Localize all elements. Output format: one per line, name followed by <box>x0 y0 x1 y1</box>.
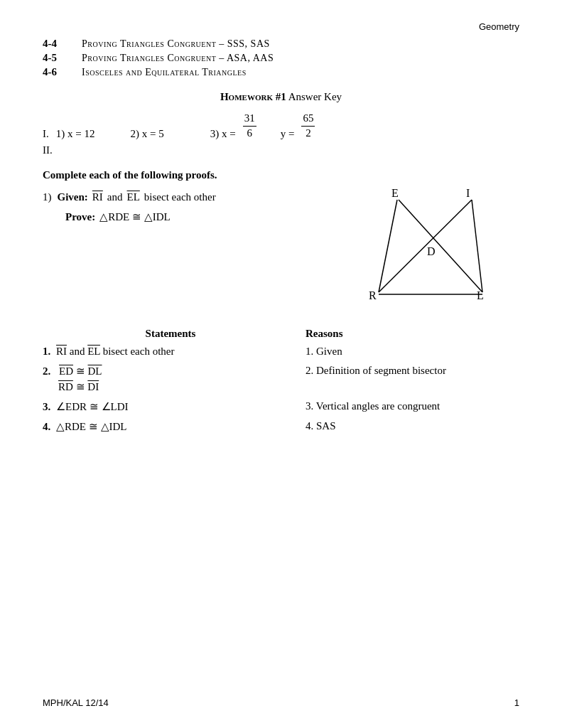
course-num-3: 4-6 <box>43 66 82 78</box>
footer: MPH/KAL 12/14 1 <box>43 697 519 708</box>
row-num-2: 2. <box>43 365 50 377</box>
given-label: Given: <box>58 191 88 203</box>
line-IL <box>472 200 482 292</box>
label-R: R <box>369 289 377 301</box>
section-header: Complete each of the following proofs. <box>43 169 519 181</box>
label-I: I <box>466 187 470 199</box>
prob-2: 2) x = 5 <box>130 128 163 140</box>
stmt-rd: RD <box>58 381 73 392</box>
course-title-3: Isosceles and Equilateral Triangles <box>82 67 247 78</box>
label-D: D <box>427 245 436 257</box>
part-I-row: I. 1) x = 12 2) x = 5 3) x = 31 6 y = 65… <box>43 112 519 140</box>
and-1: and <box>107 191 123 203</box>
stmt-cong2: ≅ <box>76 381 88 392</box>
stmt-triangle-cong: △RDE ≅ △IDL <box>56 421 127 432</box>
prob-1: 1) x = 12 <box>56 128 95 140</box>
stmt-2: 2. ED ≅ DL RD ≅ DI <box>43 365 298 393</box>
subject-label: Geometry <box>43 21 519 32</box>
given-el: EL <box>127 191 140 203</box>
diagram-svg: E I D R L <box>335 184 491 312</box>
fraction-denominator-1: 6 <box>245 127 254 141</box>
page: Geometry 4-4 Proving Triangles Congruent… <box>0 0 562 728</box>
course-list: 4-4 Proving Triangles Congruent – SSS, S… <box>43 38 519 78</box>
reason-4: 4. SAS <box>298 420 519 432</box>
course-title-1: Proving Triangles Congruent – SSS, SAS <box>82 38 270 50</box>
stmt-2-line2: RD ≅ DI <box>58 380 291 393</box>
course-title-2: Proving Triangles Congruent – ASA, AAS <box>82 53 274 64</box>
fraction-65-2: 65 2 <box>301 112 315 140</box>
statements-header: Statements <box>43 328 298 340</box>
line-ER <box>379 200 397 292</box>
reason-3: 3. Vertical angles are congruent <box>298 400 519 412</box>
label-E: E <box>391 187 399 199</box>
roman-I: I. <box>43 128 49 140</box>
proof-table: Statements Reasons 1. RI and EL bisect e… <box>43 328 519 433</box>
proof-left: 1) Given: RI and EL bisect each other Pr… <box>43 191 335 315</box>
proof-row-1: 1. RI and EL bisect each other 1. Given <box>43 346 519 358</box>
roman-II-label: II. <box>43 144 519 156</box>
stmt-1: 1. RI and EL bisect each other <box>43 346 298 358</box>
given-ri: RI <box>92 191 103 203</box>
prove-text: △RDE ≅ △IDL <box>99 210 171 223</box>
stmt-el: EL <box>87 346 100 357</box>
course-row-3: 4-6 Isosceles and Equilateral Triangles <box>43 66 519 78</box>
reasons-header: Reasons <box>298 328 519 340</box>
stmt-4: 4. △RDE ≅ △IDL <box>43 420 298 433</box>
reason-2: 2. Definition of segment bisector <box>298 365 519 377</box>
fraction-numerator-1: 31 <box>243 112 256 127</box>
prove-label: Prove: <box>65 211 95 223</box>
hw-bold-label: Homework #1 <box>220 91 286 102</box>
fraction-denominator-2: 2 <box>304 127 313 141</box>
prove-line: Prove: △RDE ≅ △IDL <box>43 210 335 223</box>
proof-row-2: 2. ED ≅ DL RD ≅ DI 2. Definition of segm… <box>43 365 519 393</box>
course-num-1: 4-4 <box>43 38 82 50</box>
stmt-ri: RI <box>56 346 67 357</box>
prob-3-y-prefix: y = <box>281 128 295 140</box>
stmt-angle: ∠EDR ≅ ∠LDI <box>56 401 129 412</box>
row-num-3: 3. <box>43 401 50 412</box>
proof-item-num: 1) <box>43 191 52 203</box>
stmt-ed: ED <box>59 365 73 377</box>
row-num-1: 1. <box>43 346 50 357</box>
line-IR <box>379 200 472 292</box>
proof-table-header: Statements Reasons <box>43 328 519 340</box>
reason-1: 1. Given <box>298 346 519 358</box>
given-rest: bisect each other <box>144 191 216 203</box>
line-EL <box>399 200 482 292</box>
stmt-bisect: bisect each other <box>103 346 175 357</box>
homework-title: Homework #1 Answer Key <box>43 91 519 103</box>
proof-row-3: 3. ∠EDR ≅ ∠LDI 3. Vertical angles are co… <box>43 400 519 413</box>
given-line: 1) Given: RI and EL bisect each other <box>43 191 335 203</box>
stmt-2-line1: 2. ED ≅ DL <box>43 365 291 378</box>
footer-right: 1 <box>514 697 519 708</box>
prob-3-prefix: 3) x = <box>210 128 236 140</box>
fraction-31-6: 31 6 <box>243 112 256 140</box>
stmt-and: and <box>70 346 87 357</box>
hw-answer-key: Answer Key <box>288 91 342 102</box>
fraction-numerator-2: 65 <box>301 112 315 127</box>
stmt-3: 3. ∠EDR ≅ ∠LDI <box>43 400 298 413</box>
stmt-cong1: ≅ <box>76 365 88 377</box>
stmt-di: DI <box>87 381 99 392</box>
course-row-2: 4-5 Proving Triangles Congruent – ASA, A… <box>43 52 519 64</box>
course-row-1: 4-4 Proving Triangles Congruent – SSS, S… <box>43 38 519 50</box>
course-num-2: 4-5 <box>43 52 82 64</box>
diagram-container: E I D R L <box>335 191 519 315</box>
proof-section: 1) Given: RI and EL bisect each other Pr… <box>43 191 519 315</box>
stmt-dl: DL <box>88 365 102 377</box>
footer-left: MPH/KAL 12/14 <box>43 697 109 708</box>
proof-row-4: 4. △RDE ≅ △IDL 4. SAS <box>43 420 519 433</box>
row-num-4: 4. <box>43 421 50 432</box>
